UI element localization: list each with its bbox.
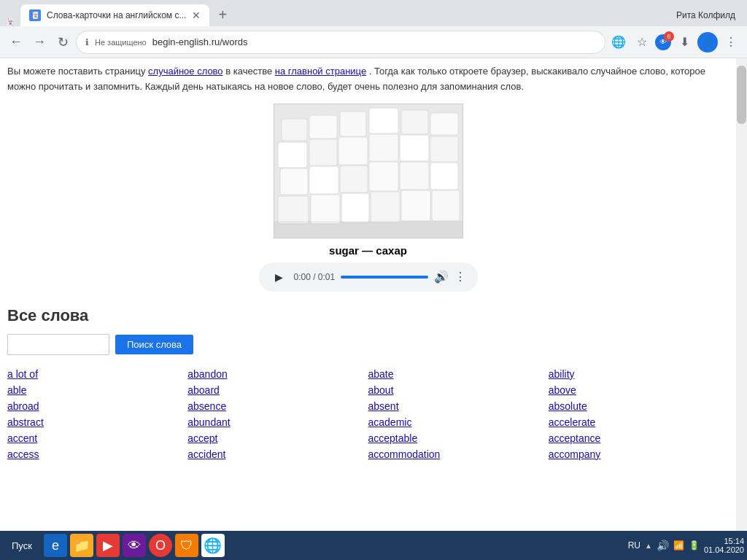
word-link[interactable]: accident bbox=[187, 447, 368, 462]
scrollbar-thumb[interactable] bbox=[737, 66, 746, 124]
speaker-icon: 🔊 bbox=[657, 540, 669, 551]
taskbar-ie-icon[interactable]: e bbox=[44, 534, 67, 557]
back-button[interactable]: ← bbox=[6, 32, 26, 52]
word-link[interactable]: accommodation bbox=[368, 447, 549, 462]
sugar-svg bbox=[274, 104, 463, 238]
word-link[interactable]: accent bbox=[7, 431, 187, 446]
word-link[interactable]: accelerate bbox=[549, 415, 729, 429]
word-link[interactable]: abandon bbox=[187, 367, 368, 381]
audio-more-button[interactable]: ⋮ bbox=[454, 270, 466, 284]
word-link[interactable]: abate bbox=[368, 367, 549, 381]
svg-rect-23 bbox=[401, 190, 430, 221]
folder-icon: 📁 bbox=[74, 537, 90, 553]
svg-rect-14 bbox=[309, 166, 338, 194]
svg-rect-19 bbox=[278, 196, 309, 224]
network-icon: 📶 bbox=[673, 540, 684, 551]
translate-button[interactable]: 🌐 bbox=[608, 32, 629, 52]
menu-button[interactable]: ⋮ bbox=[721, 32, 741, 52]
taskbar-media-icon[interactable]: ▶ bbox=[96, 534, 120, 557]
profile-button[interactable]: 👤 bbox=[697, 32, 718, 52]
tab-close-button[interactable]: ✕ bbox=[192, 9, 201, 21]
word-link[interactable]: accept bbox=[187, 431, 368, 446]
taskbar-shield-icon[interactable]: 🛡 bbox=[175, 534, 198, 557]
intro-text-1: Вы можете поставить страницу bbox=[7, 66, 145, 77]
clock-time: 15:14 bbox=[704, 537, 744, 545]
refresh-button[interactable]: ↻ bbox=[53, 32, 73, 52]
scrollbar-track[interactable] bbox=[736, 58, 747, 531]
svg-rect-16 bbox=[369, 162, 398, 191]
svg-rect-5 bbox=[401, 110, 428, 134]
svg-rect-8 bbox=[309, 139, 337, 166]
extension-container: 👁 6 bbox=[655, 34, 671, 50]
word-link[interactable]: access bbox=[7, 447, 187, 462]
search-button[interactable]: Поиск слова bbox=[115, 335, 193, 354]
svg-rect-21 bbox=[341, 193, 369, 222]
taskbar-opera-icon[interactable]: O bbox=[149, 534, 172, 557]
extension-badge: 6 bbox=[664, 31, 674, 42]
svg-rect-1 bbox=[282, 119, 307, 141]
svg-rect-25 bbox=[274, 221, 463, 238]
svg-rect-10 bbox=[369, 134, 398, 161]
new-tab-button[interactable]: + bbox=[212, 7, 233, 23]
svg-rect-3 bbox=[340, 112, 366, 136]
word-link[interactable]: abundant bbox=[187, 415, 368, 429]
word-link[interactable]: acceptance bbox=[549, 431, 729, 446]
svg-rect-11 bbox=[400, 135, 429, 161]
chrome-icon: 🌐 bbox=[204, 537, 222, 554]
word-label: sugar — сахар bbox=[329, 244, 407, 257]
taskbar-folder-icon[interactable]: 📁 bbox=[70, 534, 93, 557]
word-link[interactable]: absent bbox=[368, 399, 549, 413]
word-link[interactable]: academic bbox=[368, 415, 549, 429]
svg-rect-22 bbox=[371, 192, 400, 222]
nav-actions: 🌐 ☆ 👁 6 ⬇ 👤 ⋮ bbox=[608, 32, 741, 52]
forward-button[interactable]: → bbox=[29, 32, 50, 52]
favicon: 🃏 bbox=[6, 18, 15, 26]
intro-link-2[interactable]: на главной странице bbox=[275, 66, 366, 77]
search-section: Поиск слова bbox=[7, 334, 729, 355]
svg-rect-13 bbox=[280, 168, 308, 195]
word-link[interactable]: able bbox=[7, 383, 187, 397]
tab-bar: 🃏 🃏 Слова-карточки на английском с... ✕ … bbox=[0, 0, 747, 26]
play-button[interactable]: ▶ bbox=[271, 268, 288, 286]
word-link[interactable]: abroad bbox=[7, 399, 187, 413]
word-link[interactable]: ability bbox=[549, 367, 729, 381]
info-icon: ℹ bbox=[85, 37, 89, 47]
word-link[interactable]: abstract bbox=[7, 415, 187, 429]
svg-rect-7 bbox=[278, 142, 307, 168]
bookmark-button[interactable]: ☆ bbox=[632, 32, 652, 52]
audio-time: 0:00 / 0:01 bbox=[294, 272, 336, 282]
ie-icon: e bbox=[52, 538, 59, 553]
word-link[interactable]: absolute bbox=[549, 399, 729, 413]
word-link[interactable]: aboard bbox=[187, 383, 368, 397]
word-link[interactable]: above bbox=[549, 383, 729, 397]
svg-rect-18 bbox=[430, 163, 458, 190]
volume-button[interactable]: 🔊 bbox=[434, 270, 449, 284]
start-button[interactable]: Пуск bbox=[3, 537, 41, 554]
address-bar[interactable]: ℹ Не защищено begin-english.ru/words bbox=[76, 31, 605, 54]
word-section: sugar — сахар ▶ 0:00 / 0:01 🔊 ⋮ bbox=[186, 104, 551, 292]
taskbar-eye-icon[interactable]: 👁 bbox=[123, 534, 146, 557]
media-icon: ▶ bbox=[103, 537, 113, 553]
tab-favicon: 🃏 bbox=[29, 9, 41, 21]
intro-link-1[interactable]: случайное слово bbox=[148, 66, 223, 77]
progress-bar[interactable] bbox=[341, 276, 427, 279]
word-link[interactable]: acceptable bbox=[368, 431, 549, 446]
search-input[interactable] bbox=[7, 334, 109, 355]
svg-rect-17 bbox=[400, 162, 429, 190]
svg-rect-6 bbox=[430, 113, 458, 135]
svg-rect-2 bbox=[309, 115, 337, 139]
opera-icon: O bbox=[155, 538, 166, 553]
audio-player: ▶ 0:00 / 0:01 🔊 ⋮ bbox=[259, 262, 478, 292]
taskbar-chrome-icon[interactable]: 🌐 bbox=[201, 534, 225, 557]
word-link[interactable]: absence bbox=[187, 399, 368, 413]
taskbar-right: RU ▲ 🔊 📶 🔋 15:14 01.04.2020 bbox=[628, 537, 744, 554]
tab-title: Слова-карточки на английском с... bbox=[47, 10, 186, 20]
word-link[interactable]: about bbox=[368, 383, 549, 397]
svg-rect-15 bbox=[340, 166, 368, 192]
language-button[interactable]: RU bbox=[628, 540, 640, 551]
active-tab[interactable]: 🃏 Слова-карточки на английском с... ✕ bbox=[20, 4, 209, 26]
download-button[interactable]: ⬇ bbox=[674, 32, 694, 52]
power-icon: 🔋 bbox=[689, 540, 700, 551]
word-link[interactable]: a lot of bbox=[7, 367, 187, 381]
word-link[interactable]: accompany bbox=[549, 447, 729, 462]
